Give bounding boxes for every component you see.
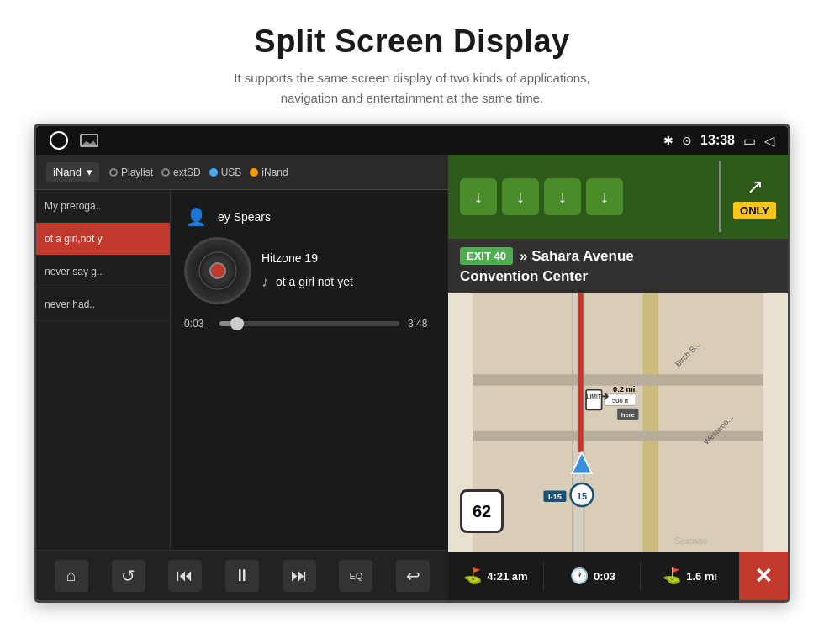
location-icon: ⊙ (682, 134, 692, 147)
bluetooth-icon: ✱ (663, 134, 673, 147)
route-bar: ⛳ 4:21 am 🕐 0:03 ⛳ 1.6 mi ✕ (448, 552, 788, 600)
player-info: 👤 ey Spears Hitzone 19 ♪ ot (184, 198, 435, 311)
music-player-panel: iNand ▾ Playlist extSD USB (36, 155, 448, 600)
vinyl-record (184, 237, 251, 304)
page-subtitle: It supports the same screen display of t… (17, 68, 807, 108)
svg-text:0.2 mi: 0.2 mi (613, 385, 635, 393)
nav-arrows-section: ↓ ↓ ↓ ↓ (448, 155, 719, 239)
status-bar: ✱ ⊙ 13:38 ▭ ◁ (36, 126, 788, 155)
exit-badge: EXIT 40 (460, 247, 513, 265)
eq-button[interactable]: EQ (339, 560, 372, 592)
person-icon: 👤 (184, 205, 208, 229)
track-list: My preroga.. ot a girl,not y never say g… (36, 190, 171, 550)
playlist-option[interactable]: Playlist (109, 166, 153, 178)
route-arrival-time: 4:21 am (487, 570, 527, 583)
extsd-option[interactable]: extSD (161, 166, 201, 178)
play-pause-button[interactable]: ⏸ (225, 560, 259, 592)
playlist-area: My preroga.. ot a girl,not y never say g… (36, 190, 448, 550)
inand-option[interactable]: iNand (250, 166, 288, 178)
image-icon (80, 134, 98, 147)
window-icon: ▭ (743, 133, 756, 149)
back-button[interactable]: ↩ (396, 560, 430, 592)
close-nav-button[interactable]: ✕ (739, 552, 788, 600)
playlist-radio (109, 168, 118, 177)
time-current: 0:03 (184, 318, 211, 330)
now-playing: 👤 ey Spears Hitzone 19 ♪ ot (171, 190, 448, 550)
route-segment-duration: 🕐 0:03 (546, 562, 642, 590)
song-name: ot a girl not yet (276, 275, 353, 288)
album-name: Hitzone 19 (261, 251, 353, 265)
track-item-2[interactable]: ot a girl,not y (36, 223, 170, 256)
device-frame: ✱ ⊙ 13:38 ▭ ◁ iNand ▾ Playlist (34, 124, 790, 603)
street-banner: EXIT 40 » Sahara Avenue Convention Cente… (448, 239, 788, 293)
clock-icon: 🕐 (570, 567, 589, 585)
nav-arrow-4: ↓ (586, 178, 623, 215)
speed-number: 62 (473, 503, 491, 520)
svg-text:LIMIT: LIMIT (587, 393, 601, 399)
back-arrow-icon: ◁ (764, 133, 774, 149)
route-duration: 0:03 (594, 570, 615, 583)
progress-track[interactable] (219, 321, 399, 326)
prev-button[interactable]: ⏮ (168, 560, 202, 592)
status-time: 13:38 (700, 133, 735, 148)
nav-only-section: ↗ ONLY (721, 155, 788, 239)
source-bar: iNand ▾ Playlist extSD USB (36, 155, 448, 190)
extsd-radio (161, 168, 170, 177)
mountain-icon (82, 140, 97, 145)
progress-bar-container: 0:03 3:48 (184, 318, 435, 330)
home-button[interactable]: ⌂ (55, 560, 88, 592)
route-distance: 1.6 mi (686, 570, 717, 583)
street-exit: EXIT 40 » Sahara Avenue (460, 247, 776, 265)
svg-text:500 ft: 500 ft (612, 397, 629, 404)
source-options: Playlist extSD USB iNand (109, 166, 438, 178)
svg-text:15: 15 (577, 491, 587, 501)
nav-arrow-1: ↓ (460, 178, 497, 215)
main-area: iNand ▾ Playlist extSD USB (36, 155, 788, 600)
vinyl-center (209, 262, 226, 279)
inand-radio (250, 168, 258, 177)
flag-start-icon: ⛳ (463, 567, 482, 585)
svg-rect-6 (578, 289, 584, 452)
artist-row: 👤 ey Spears (184, 205, 435, 229)
track-item-1[interactable]: My preroga.. (36, 190, 170, 223)
street-name-line2: Convention Center (460, 268, 588, 284)
circle-icon (50, 131, 68, 150)
source-dropdown[interactable]: iNand ▾ (46, 162, 99, 182)
controls-bar: ⌂ ↺ ⏮ ⏸ ⏭ EQ ↩ (36, 550, 448, 600)
repeat-button[interactable]: ↺ (112, 560, 145, 592)
page-title: Split Screen Display (17, 24, 807, 60)
status-right: ✱ ⊙ 13:38 ▭ ◁ (663, 133, 774, 149)
street-name-line1: » Sahara Avenue (520, 248, 634, 265)
music-note-icon: ♪ (261, 273, 269, 291)
svg-rect-4 (473, 374, 763, 385)
page-header: Split Screen Display It supports the sam… (0, 0, 824, 124)
watermark: Seicane (674, 536, 708, 546)
only-badge: ONLY (733, 202, 776, 219)
nav-arrow-2: ↓ (502, 178, 539, 215)
progress-section: 0:03 3:48 (184, 311, 435, 336)
status-left (50, 131, 98, 150)
album-row: Hitzone 19 ♪ ot a girl not yet (184, 237, 435, 304)
svg-text:I-15: I-15 (548, 493, 562, 501)
progress-thumb[interactable] (230, 317, 244, 330)
svg-rect-0 (473, 289, 763, 552)
svg-rect-3 (643, 289, 659, 552)
nav-only-arrow: ↗ (747, 175, 763, 198)
nav-banner: ↓ ↓ ↓ ↓ ↗ ONLY (448, 155, 788, 239)
navigation-panel: 15 I-15 here 500 ft Birch S... Westwoo..… (448, 155, 788, 600)
time-total: 3:48 (408, 318, 435, 330)
track-item-4[interactable]: never had.. (36, 288, 170, 321)
nav-arrow-3: ↓ (544, 178, 581, 215)
artist-name: ey Spears (218, 210, 271, 224)
route-segment-distance: ⛳ 1.6 mi (642, 562, 737, 590)
route-segment-time: ⛳ 4:21 am (448, 562, 544, 590)
speed-badge: 62 (460, 489, 504, 533)
chevron-down-icon: ▾ (87, 166, 92, 178)
svg-text:here: here (621, 411, 635, 419)
next-button[interactable]: ⏭ (283, 560, 316, 592)
usb-option[interactable]: USB (209, 166, 242, 178)
flag-end-icon: ⛳ (663, 567, 681, 585)
usb-radio (209, 168, 218, 177)
track-item-3[interactable]: never say g.. (36, 256, 170, 288)
